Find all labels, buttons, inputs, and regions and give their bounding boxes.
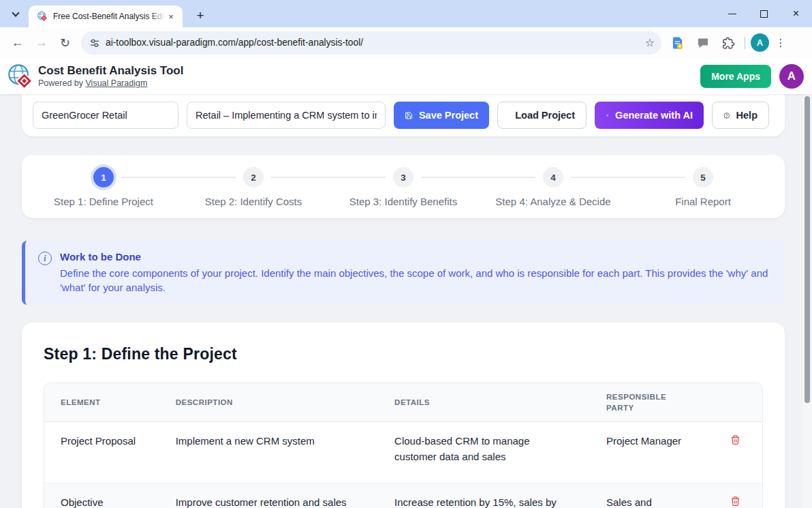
more-apps-button[interactable]: More Apps [700, 65, 771, 88]
browser-profile-avatar[interactable]: A [751, 33, 769, 52]
step-1-label: Step 1: Define Project [54, 196, 153, 207]
minimize-button[interactable] [716, 0, 748, 27]
toolbar-divider [745, 37, 745, 49]
step-4-label: Step 4: Analyze & Decide [495, 196, 610, 207]
help-button-label: Help [736, 110, 758, 121]
maximize-icon [760, 10, 768, 18]
cell-description: Implement a new CRM system [159, 422, 378, 483]
step-5-label: Final Report [675, 196, 731, 207]
col-header-element: Element [44, 383, 159, 422]
address-bar[interactable]: ai-toolbox.visual-paradigm.com/app/cost-… [81, 31, 661, 55]
help-circle-icon [723, 109, 730, 122]
step-5-circle: 5 [693, 167, 713, 188]
save-project-button[interactable]: Save Project [394, 102, 489, 129]
step-heading: Step 1: Define the Project [44, 345, 763, 363]
favicon-visual-paradigm [37, 11, 48, 22]
step-2-circle: 2 [243, 167, 264, 188]
project-name-input[interactable] [33, 102, 178, 129]
help-button[interactable]: Help [712, 102, 769, 129]
delete-row-button[interactable] [729, 494, 742, 508]
generate-with-ai-button[interactable]: Generate with AI [595, 102, 704, 129]
step-2-label: Step 2: Identify Costs [205, 196, 302, 207]
window-controls: × [716, 0, 812, 27]
page-content: Save Project Load Project Generate with … [0, 94, 812, 508]
visual-paradigm-link[interactable]: Visual Paradigm [86, 78, 148, 88]
site-settings-icon [89, 38, 100, 48]
extensions-puzzle-icon[interactable] [717, 32, 739, 54]
cell-party: Sales and [590, 483, 708, 508]
info-banner-title: Work to be Done [60, 251, 770, 263]
cell-details-text: Increase retention by 15%, sales by [394, 494, 557, 508]
step-3-circle: 3 [393, 167, 413, 188]
app-header: Cost Benefit Analysis Tool Powered by Vi… [0, 58, 812, 94]
forward-button[interactable]: → [29, 31, 53, 55]
scrollbar-thumb[interactable] [805, 96, 810, 403]
step-4-circle: 4 [543, 167, 563, 188]
define-project-table: Element Description Details Responsible … [44, 383, 763, 508]
new-tab-button[interactable]: + [191, 6, 210, 25]
delete-row-button[interactable] [729, 433, 742, 447]
stepper-step-3[interactable]: 3 Step 3: Identify Benefits [328, 167, 478, 207]
work-to-be-done-banner: i Work to be Done Define the core compon… [22, 241, 785, 305]
page-title: Cost Benefit Analysis Tool [38, 64, 183, 78]
docs-extension-icon[interactable] [667, 32, 689, 54]
page-scrollbar [802, 94, 812, 508]
table-header-row: Element Description Details Responsible … [44, 383, 762, 422]
cell-actions [708, 483, 762, 508]
save-icon [405, 110, 413, 121]
project-toolbar-card: Save Project Load Project Generate with … [22, 94, 785, 136]
wizard-stepper: 1 Step 1: Define Project 2 Step 2: Ident… [22, 155, 785, 218]
chevron-down-icon [12, 9, 19, 16]
cell-details: Increase retention by 15%, sales by [378, 483, 590, 508]
maximize-button[interactable] [748, 0, 780, 27]
trash-icon [730, 434, 740, 445]
tab-search-button[interactable] [7, 5, 25, 22]
visual-paradigm-logo [7, 63, 33, 89]
back-button[interactable]: ← [5, 31, 29, 55]
bookmark-star-icon[interactable]: ☆ [645, 36, 655, 49]
load-button-label: Load Project [515, 110, 575, 121]
load-project-button[interactable]: Load Project [497, 102, 587, 129]
cell-details: Cloud-based CRM to manage customer data … [378, 422, 590, 483]
project-description-input[interactable] [187, 102, 386, 129]
browser-titlebar: Free Cost-Benefit Analysis Edito × + × [0, 0, 812, 27]
browser-toolbar: ← → ↻ ai-toolbox.visual-paradigm.com/app… [0, 27, 812, 58]
col-header-responsible-party: Responsible Party [590, 383, 708, 422]
cell-details-text: Cloud-based CRM to manage customer data … [394, 433, 565, 465]
step-3-label: Step 3: Identify Benefits [349, 196, 457, 207]
reload-button[interactable]: ↻ [53, 31, 77, 55]
table-row: Objective Improve customer retention and… [44, 483, 762, 508]
cell-party: Project Manager [590, 422, 708, 483]
cell-element: Project Proposal [44, 422, 159, 483]
cell-element: Objective [44, 483, 159, 508]
info-icon: i [38, 252, 52, 265]
generate-button-label: Generate with AI [615, 110, 693, 121]
tab-close-button[interactable]: × [165, 10, 177, 23]
app-user-avatar[interactable]: A [779, 64, 804, 89]
col-header-details: Details [378, 383, 590, 422]
browser-menu-kebab-icon[interactable]: ⋮ [772, 37, 789, 49]
tab-title: Free Cost-Benefit Analysis Edito [53, 12, 165, 21]
step-1-card: Step 1: Define the Project Element Descr… [22, 323, 785, 508]
side-panel-bubble-icon[interactable] [692, 32, 714, 54]
browser-tab[interactable]: Free Cost-Benefit Analysis Edito × [29, 5, 183, 27]
step-1-circle: 1 [93, 167, 114, 188]
stepper-step-2[interactable]: 2 Step 2: Identify Costs [178, 167, 328, 207]
browser-extensions-row: A ⋮ [667, 32, 789, 54]
close-icon: × [793, 8, 799, 19]
cell-description: Improve customer retention and sales [159, 483, 378, 508]
minimize-icon [728, 14, 736, 14]
trash-icon [730, 496, 740, 507]
url-text: ai-toolbox.visual-paradigm.com/app/cost-… [106, 38, 645, 48]
stepper-step-1[interactable]: 1 Step 1: Define Project [29, 167, 178, 207]
cell-actions [708, 422, 762, 483]
stepper-step-5[interactable]: 5 Final Report [628, 167, 778, 207]
stepper-step-4[interactable]: 4 Step 4: Analyze & Decide [478, 167, 628, 207]
save-button-label: Save Project [419, 110, 478, 121]
sparkles-icon [606, 110, 609, 121]
powered-by-prefix: Powered by [38, 78, 83, 88]
col-header-actions [708, 383, 762, 422]
close-window-button[interactable]: × [780, 0, 812, 27]
col-header-description: Description [159, 383, 378, 422]
powered-by: Powered by Visual Paradigm [38, 78, 183, 88]
